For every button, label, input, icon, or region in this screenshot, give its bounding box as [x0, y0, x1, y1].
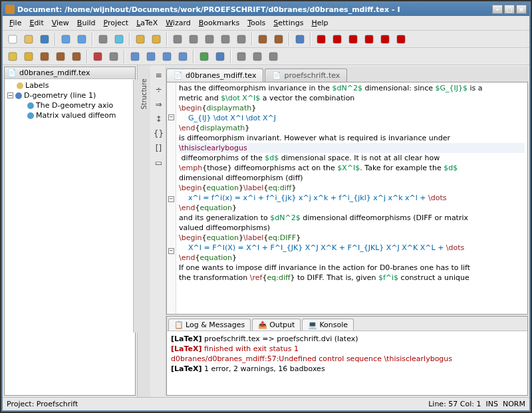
menu-settings[interactable]: Settings	[269, 17, 307, 29]
svg-point-41	[27, 102, 34, 109]
svg-rect-29	[110, 53, 118, 61]
sect-icon	[15, 92, 23, 100]
sub-icon	[27, 112, 35, 120]
close-button[interactable]: ×	[516, 5, 527, 14]
svg-rect-28	[94, 53, 102, 61]
svg-point-40	[15, 92, 22, 99]
d1-button[interactable]	[255, 32, 270, 47]
log-line: [LaTeX] 1 error, 2 warnings, 16 badboxes	[171, 364, 523, 374]
cog2-button[interactable]	[53, 49, 68, 64]
open-button[interactable]	[21, 32, 36, 47]
menu-edit[interactable]: Edit	[25, 17, 47, 29]
gl2-button[interactable]	[213, 49, 227, 64]
bk4-button[interactable]	[176, 49, 190, 64]
zoomin-button[interactable]	[218, 32, 233, 47]
tree-item-label: Matrix valued diffeom	[36, 111, 116, 120]
fwd-button[interactable]	[74, 32, 89, 47]
x1-button[interactable]	[106, 49, 121, 64]
minimize-button[interactable]: –	[492, 5, 503, 14]
maximize-button[interactable]: ▢	[504, 5, 515, 14]
svg-rect-23	[9, 53, 17, 61]
svg-rect-11	[205, 35, 213, 43]
back-button[interactable]	[59, 32, 73, 47]
svg-rect-20	[365, 35, 373, 43]
cog1-button[interactable]	[37, 49, 52, 64]
tree-item[interactable]: −D-geometry (line 1)	[6, 90, 134, 100]
gl1-button[interactable]	[197, 49, 211, 64]
editor-vtoolbar: ≡ ÷ ⇒ ↕ {} [] ▭	[152, 67, 166, 396]
svg-rect-1	[25, 35, 33, 43]
redo-button[interactable]	[149, 32, 164, 47]
log-tab[interactable]: 📤Output	[252, 319, 301, 331]
svg-rect-17	[317, 35, 325, 43]
p3-button[interactable]	[266, 49, 281, 64]
editor-code[interactable]: −−− has the diffeomorphism invariance in…	[166, 82, 528, 315]
bk1-button[interactable]	[128, 49, 142, 64]
vtool-1[interactable]: ≡	[153, 69, 165, 81]
vtool-7[interactable]: ▭	[153, 157, 165, 169]
editor-tabs: 📄d0branes_mdiff.tex📄proefschrift.tex	[166, 67, 528, 82]
tree-item[interactable]: Labels	[6, 80, 134, 90]
vtool-3[interactable]: ⇒	[153, 98, 165, 110]
menu-build[interactable]: Build	[73, 17, 100, 29]
ex5-button[interactable]	[378, 32, 392, 47]
toolbar-1	[3, 31, 529, 48]
svg-rect-16	[296, 35, 304, 43]
tab-label: d0branes_mdiff.tex	[186, 71, 256, 80]
tree-header[interactable]: 📄 d0branes_mdiff.tex	[5, 67, 135, 79]
menu-view[interactable]: View	[48, 17, 73, 29]
vtool-5[interactable]: {}	[153, 128, 165, 140]
find-button[interactable]	[170, 32, 185, 47]
menu-tools[interactable]: Tools	[243, 17, 269, 29]
d2-button[interactable]	[271, 32, 286, 47]
star-button[interactable]	[21, 49, 36, 64]
tab-label: proefschrift.tex	[284, 71, 340, 80]
ex4-button[interactable]	[362, 32, 376, 47]
vtool-2[interactable]: ÷	[153, 84, 165, 96]
editor-tab[interactable]: 📄proefschrift.tex	[265, 69, 347, 82]
ex2-button[interactable]	[330, 32, 344, 47]
svg-rect-13	[237, 35, 245, 43]
tree-item[interactable]: The D-geometry axio	[6, 100, 134, 110]
bk2-button[interactable]	[144, 49, 158, 64]
pdf-button[interactable]	[90, 49, 105, 64]
ex1-button[interactable]	[314, 32, 329, 47]
editor-tab[interactable]: 📄d0branes_mdiff.tex	[166, 69, 263, 82]
zoomout-button[interactable]	[234, 32, 249, 47]
menu-bookmarks[interactable]: Bookmarks	[195, 17, 243, 29]
svg-rect-7	[136, 35, 144, 43]
vtool-4[interactable]: ↕	[153, 113, 165, 125]
p2-button[interactable]	[250, 49, 265, 64]
save-button[interactable]	[37, 32, 52, 47]
menu-project[interactable]: Project	[99, 17, 132, 29]
structure-tab[interactable]	[133, 80, 146, 333]
svg-rect-38	[269, 53, 277, 61]
tree-header-label: d0branes_mdiff.tex	[19, 69, 90, 77]
bolt-button[interactable]	[5, 49, 20, 64]
menu-wizard[interactable]: Wizard	[162, 17, 195, 29]
menu-file[interactable]: File	[5, 17, 25, 29]
findnext-button[interactable]	[186, 32, 201, 47]
svg-rect-12	[221, 35, 229, 43]
build-button[interactable]	[293, 32, 307, 47]
svg-rect-2	[41, 35, 49, 43]
print-button[interactable]	[96, 32, 110, 47]
log-tab[interactable]: 💻Konsole	[302, 319, 354, 331]
menu-help[interactable]: Help	[307, 17, 332, 29]
undo-button[interactable]	[133, 32, 148, 47]
new-button[interactable]	[5, 32, 20, 47]
log-tab[interactable]: 📋Log & Messages	[168, 319, 251, 331]
tree-item[interactable]: Matrix valued diffeom	[6, 110, 134, 120]
svg-rect-14	[259, 35, 267, 43]
p1-button[interactable]	[234, 49, 249, 64]
vtool-6[interactable]: []	[153, 142, 165, 154]
ex6-button[interactable]	[394, 32, 408, 47]
bk3-button[interactable]	[160, 49, 174, 64]
tex-icon: 📄	[174, 71, 183, 80]
ex3-button[interactable]	[346, 32, 360, 47]
cog3-button[interactable]	[69, 49, 84, 64]
file-icon: 📄	[7, 69, 17, 77]
menu-latex[interactable]: LaTeX	[132, 17, 162, 29]
viewdvi-button[interactable]	[112, 32, 126, 47]
findprev-button[interactable]	[202, 32, 217, 47]
